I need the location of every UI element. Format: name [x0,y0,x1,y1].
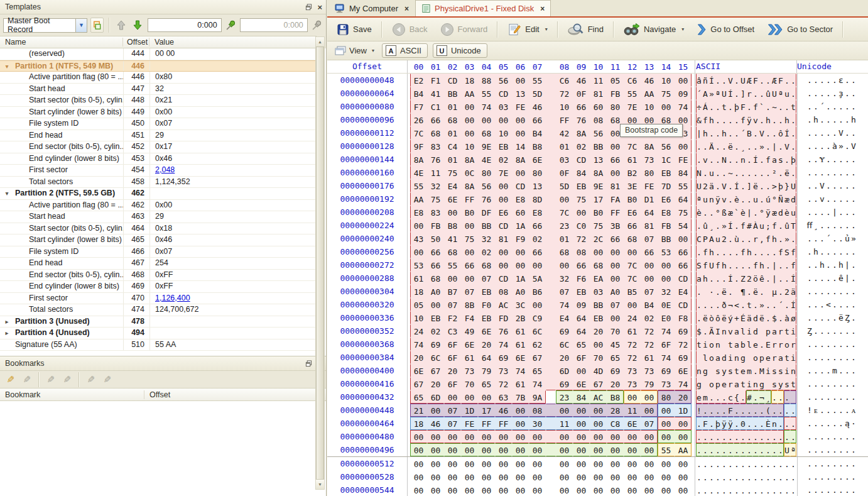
hex-ascii-char[interactable]: ë [784,166,790,179]
hex-unicode-char[interactable]: . [850,166,857,179]
hex-byte[interactable]: 09 [675,87,692,100]
hex-ascii-char[interactable]: . [696,285,702,298]
hex-ascii-char[interactable]: a [778,351,784,364]
template-row[interactable]: Start sector (bits 0-5), cylin...4640x18 [0,223,317,235]
hex-ascii-char[interactable]: . [708,298,715,311]
hex-ascii-char[interactable]: . [759,245,765,258]
hex-byte[interactable]: 00 [590,245,607,258]
hex-unicode-char[interactable]: . [825,206,832,219]
hex-ascii-char[interactable]: ~ [727,166,734,179]
hex-ascii-char[interactable]: . [715,140,721,153]
hex-ascii-char[interactable]: ß [721,206,727,219]
hex-ascii-char[interactable]: ª [790,443,796,456]
hex-byte[interactable]: 6E [573,377,590,390]
template-row[interactable]: First sector4701,126,400 [0,293,317,305]
hex-byte[interactable]: 3E [624,179,641,192]
hex-ascii-char[interactable]: . [765,311,771,324]
hex-byte[interactable]: 00 [556,258,573,272]
hex-unicode-char[interactable]: . [838,206,844,219]
hex-ascii-char[interactable]: # [746,390,752,404]
hex-ascii-char[interactable]: u [702,192,708,206]
hex-ascii-char[interactable]: | [746,206,752,219]
hex-byte[interactable]: 74 [675,100,692,113]
hex-ascii-char[interactable]: p [759,351,765,364]
hex-unicode-char[interactable]: . [813,457,819,470]
hex-ascii-char[interactable]: . [708,404,715,417]
hex-byte[interactable]: 20 [427,377,444,390]
hex-byte[interactable]: 00 [590,443,607,456]
hex-unicode-char[interactable]: . [806,100,813,113]
hex-byte[interactable]: 00 [461,272,478,285]
hex-unicode-char[interactable]: Ȥ [844,311,850,324]
hex-byte[interactable]: 73 [495,364,512,377]
hex-unicode-char[interactable]: . [838,417,844,430]
hex-byte[interactable]: 7B [512,390,529,404]
hex-ascii-char[interactable]: y [721,364,727,377]
hex-unicode-char[interactable]: . [806,140,813,153]
hex-ascii-char[interactable]: . [752,483,759,496]
hex-unicode-char[interactable]: . [850,443,857,456]
hex-byte[interactable]: 00 [641,483,658,496]
hex-ascii-char[interactable]: . [696,483,702,496]
hex-ascii-char[interactable]: c [727,390,734,404]
hex-byte[interactable]: 00 [607,272,624,285]
hex-ascii-char[interactable]: U [721,87,727,100]
hex-ascii-char[interactable]: g [740,351,746,364]
hex-ascii-char[interactable]: V [721,179,727,192]
hex-byte[interactable]: 00 [427,298,444,311]
hex-byte[interactable]: 7E [624,100,641,113]
hex-unicode-char[interactable]: . [819,443,825,456]
hex-byte[interactable]: 00 [461,457,478,470]
hex-byte[interactable]: 6F [573,351,590,364]
hex-byte[interactable]: EB [478,285,495,298]
hex-ascii-char[interactable]: ÿ [721,417,727,430]
hex-ascii-char[interactable]: À [752,219,759,232]
hex-unicode-char[interactable]: . [825,126,832,140]
hex-ascii-char[interactable]: # [746,219,752,232]
hex-byte[interactable]: AA [461,87,478,100]
hex-unicode-char[interactable]: . [825,74,832,87]
hex-unicode-char[interactable]: . [844,192,850,206]
next-field-button[interactable] [131,18,144,33]
hex-ascii-char[interactable]: . [734,443,740,456]
hex-unicode-char[interactable]: . [832,113,838,126]
hex-ascii-char[interactable]: a [734,324,740,338]
hex-ascii-char[interactable]: t [790,377,796,390]
hex-byte[interactable]: B4 [410,87,427,100]
hex-byte[interactable]: 00 [590,470,607,483]
hex-ascii-char[interactable]: n [721,324,727,338]
hex-ascii-char[interactable]: . [778,311,784,324]
hex-ascii-char[interactable]: . [727,258,734,272]
chevron-down-icon[interactable]: ▾ [681,26,684,32]
hex-ascii-char[interactable]: . [740,179,746,192]
hex-byte[interactable]: 00 [444,483,461,496]
hex-unicode-char[interactable]: ´ [819,100,825,113]
hex-ascii-char[interactable]: . [759,87,765,100]
hex-byte[interactable]: 00 [478,457,495,470]
hex-byte[interactable]: CD [495,87,512,100]
hex-ascii-char[interactable]: { [734,390,740,404]
hex-ascii-char[interactable]: f [765,153,771,166]
hex-ascii-char[interactable]: ; [765,219,771,232]
hex-byte[interactable]: D1 [641,192,658,206]
hex-unicode-char[interactable]: . [806,272,813,285]
hex-ascii-char[interactable]: . [790,113,796,126]
hex-byte[interactable]: 03 [495,100,512,113]
hex-byte[interactable]: 00 [495,483,512,496]
hex-byte[interactable]: AA [410,192,427,206]
hex-byte[interactable]: A0 [427,285,444,298]
hex-ascii-char[interactable] [702,285,708,298]
hex-ascii-char[interactable]: . [715,285,721,298]
hex-ascii-char[interactable]: C [696,232,702,245]
hex-unicode-char[interactable]: . [813,87,819,100]
hex-byte[interactable]: 00 [495,470,512,483]
hex-byte[interactable]: 74 [512,364,529,377]
hex-byte[interactable]: 2B [512,311,529,324]
hex-ascii-char[interactable]: . [759,417,765,430]
hex-ascii-char[interactable]: . [715,74,721,87]
hex-ascii-char[interactable]: . [778,285,784,298]
hex-byte[interactable]: 46 [529,100,546,113]
hex-byte[interactable]: 00 [573,364,590,377]
hex-unicode-char[interactable]: . [813,470,819,483]
hex-byte[interactable]: 56 [478,179,495,192]
